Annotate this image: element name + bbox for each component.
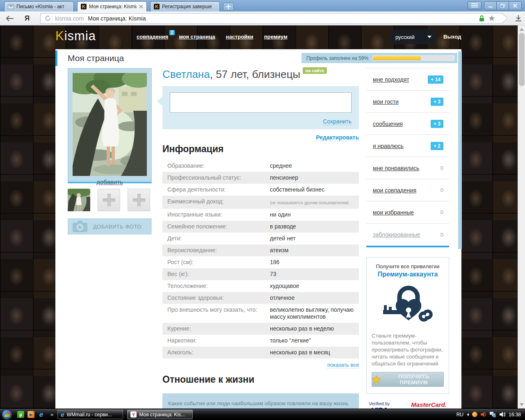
table-row: Курение:несколько раз в неделю	[162, 323, 359, 335]
utorrent-icon[interactable]: µ	[17, 411, 24, 418]
save-status-link[interactable]: Сохранить	[323, 118, 352, 125]
secure-lock-icon	[479, 15, 484, 22]
sidebar-item-guests[interactable]: мои гости+ 3	[366, 91, 449, 113]
status-bubble: Сохранить	[162, 86, 359, 129]
count-badge: + 3	[431, 120, 443, 128]
scroll-down-icon[interactable]	[520, 403, 524, 406]
sidebar-item-liked-by[interactable]: я нравлюсь+ 2	[366, 135, 449, 157]
add-photo-slot[interactable]	[128, 189, 150, 211]
taskbar-button-kismia[interactable]: Y Моя страница: Kis...	[127, 410, 193, 419]
status-input[interactable]	[170, 92, 352, 113]
address-bar[interactable]: kismia.com Моя страница: Kismia	[40, 13, 508, 24]
table-row: Ежемесячный доход:(не показывается други…	[162, 196, 359, 209]
tab-my-page[interactable]: K Моя страница: Kismia	[77, 1, 147, 11]
profile-name: Светлана	[162, 68, 210, 80]
add-photo-slot[interactable]	[98, 189, 120, 211]
taskbar-button-wmmail[interactable]: e WMmail.ru - серви...	[57, 410, 123, 419]
page-title: Моя страница	[68, 53, 124, 63]
premium-description: Станьте премиум-пользователем, чтобы про…	[372, 332, 444, 367]
bookmark-star-icon[interactable]	[488, 15, 495, 21]
star-icon	[372, 375, 381, 384]
table-row: Семейное положение:в разводе	[162, 221, 359, 233]
add-photo-link[interactable]: добавить	[73, 178, 147, 185]
verified-by-visa-logo: Verified by VISA	[369, 401, 390, 409]
download-icon[interactable]	[515, 15, 522, 22]
edit-profile-link[interactable]: Редактировать	[316, 134, 359, 141]
info-table: Образование:среднее Профессиональный ста…	[162, 160, 359, 358]
start-button[interactable]	[2, 409, 12, 420]
show-all-link[interactable]: показать все	[327, 362, 359, 368]
nav-premium[interactable]: премиум	[264, 34, 288, 40]
photo-thumbnail[interactable]	[68, 189, 90, 211]
new-tab-button[interactable]	[223, 2, 234, 11]
photo-thumbnails	[68, 189, 152, 211]
tab-title: Моя страница: Kismia	[89, 4, 137, 9]
premium-promo: Получите все привилегии Премиум-аккаунта…	[366, 257, 449, 394]
decorative-blue-strip	[458, 51, 462, 249]
nav-settings[interactable]: настройки	[226, 34, 253, 40]
kismia-logo[interactable]: Kismia	[55, 29, 96, 43]
life-question-placeholder: Какие события или люди наибольшим образо…	[168, 400, 349, 409]
add-photo-button[interactable]: ДОБАВИТЬ ФОТО	[68, 218, 152, 235]
sidebar-item-i-liked[interactable]: мне понравились0	[366, 157, 449, 179]
windows-taskbar: µ ▶ e » e WMmail.ru - серви... Y Моя стр…	[0, 409, 525, 420]
plus-icon	[103, 194, 115, 206]
tab-registration[interactable]: K Регистрация заверше	[150, 1, 220, 11]
content-panel: Моя страница Профиль заполнен на 59%	[55, 49, 461, 409]
scroll-up-icon[interactable]	[520, 28, 524, 31]
close-button[interactable]	[509, 2, 521, 10]
yandex-logo[interactable]: Я	[25, 14, 30, 23]
back-icon[interactable]	[6, 16, 14, 21]
sidebar-item-suits-me[interactable]: мне подходят+ 14	[366, 68, 449, 91]
restore-button[interactable]	[497, 2, 509, 10]
table-row: Рост (см):186	[162, 256, 359, 268]
get-premium-button[interactable]: ПОЛУЧИТЬ ПРЕМИУМ	[372, 372, 444, 387]
profile-progress-fill	[373, 56, 421, 60]
media-player-icon[interactable]: ▶	[27, 411, 34, 418]
logout-link[interactable]: Выход	[443, 34, 461, 40]
sidebar-item-favorites[interactable]: мои избранные0	[366, 201, 449, 224]
refresh-icon[interactable]	[45, 15, 51, 21]
table-row: Вес (кг):73	[162, 268, 359, 280]
window-scrollbar[interactable]	[518, 25, 525, 409]
kismia-favicon-icon: K	[154, 4, 160, 9]
overflow-chevron-icon[interactable]: »	[50, 411, 53, 418]
nav-my-page[interactable]: моя страница	[179, 34, 215, 40]
windows-logo-icon	[4, 412, 10, 418]
life-question-box[interactable]: Какие события или люди наибольшим образо…	[162, 393, 359, 409]
browser-toolbar: Я kismia.com Моя страница: Kismia	[0, 11, 525, 25]
profile-meta: , 57 лет, близнецы	[210, 68, 301, 80]
sidebar-item-my-matches[interactable]: мои совпадения0	[366, 179, 449, 201]
tab-mail[interactable]: Письмо «Kismia - акт	[4, 1, 74, 11]
sidebar-item-messages[interactable]: сообщения+ 3	[366, 113, 449, 135]
close-tab-icon[interactable]	[139, 5, 143, 9]
tab-title: Регистрация заверше	[162, 4, 216, 9]
tray-app-icon[interactable]	[472, 412, 477, 417]
envelope-icon	[8, 5, 14, 9]
scrollbar-thumb[interactable]	[519, 33, 525, 86]
language-indicator[interactable]: RU	[457, 412, 463, 418]
mastercard-securecode-logo: MasterCard. SecureCode.	[411, 401, 447, 409]
online-status-badge: на сайте	[303, 67, 326, 74]
minimize-button[interactable]	[484, 2, 497, 10]
sidebar-item-blocked[interactable]: заблокированные0	[366, 224, 449, 246]
browser-menu-icon[interactable]	[468, 1, 482, 9]
table-row: Наркотики:только "легкие"	[162, 335, 359, 347]
url-page-title: Моя страница: Kismia	[88, 15, 475, 22]
table-row: Вероисповедание:атеизм	[162, 244, 359, 256]
page-viewport: Kismia совпадения2 моя страница настройк…	[0, 25, 525, 409]
zero-count: 0	[441, 165, 443, 171]
nav-matches[interactable]: совпадения2	[137, 34, 168, 40]
internet-explorer-icon[interactable]: e	[38, 411, 45, 418]
language-select[interactable]: русский	[390, 30, 436, 44]
network-icon[interactable]	[490, 412, 496, 418]
count-badge: + 2	[431, 142, 443, 150]
hidden-icons-arrow[interactable]	[467, 413, 469, 416]
volume-icon[interactable]	[500, 412, 505, 417]
profile-photo-card[interactable]: добавить	[68, 68, 152, 183]
table-row: Иностранные языки:ни один	[162, 209, 359, 221]
progress-track	[372, 55, 454, 61]
site-header: Kismia совпадения2 моя страница настройк…	[0, 25, 518, 49]
photo-column: добавить	[68, 68, 152, 235]
tray-speaker-red-icon[interactable]	[481, 412, 486, 417]
